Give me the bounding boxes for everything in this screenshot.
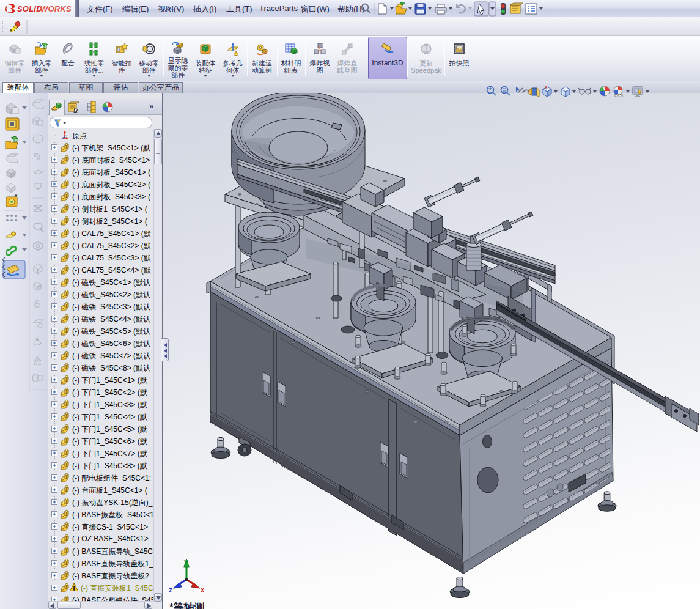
svg-text:SOLID: SOLID — [17, 4, 42, 13]
svg-text:Y: Y — [184, 559, 188, 566]
svg-text:Z: Z — [169, 588, 172, 594]
svg-text:X: X — [201, 588, 204, 594]
svg-text:WORKS: WORKS — [40, 4, 72, 13]
svg-text:*等轴测: *等轴测 — [169, 602, 205, 609]
